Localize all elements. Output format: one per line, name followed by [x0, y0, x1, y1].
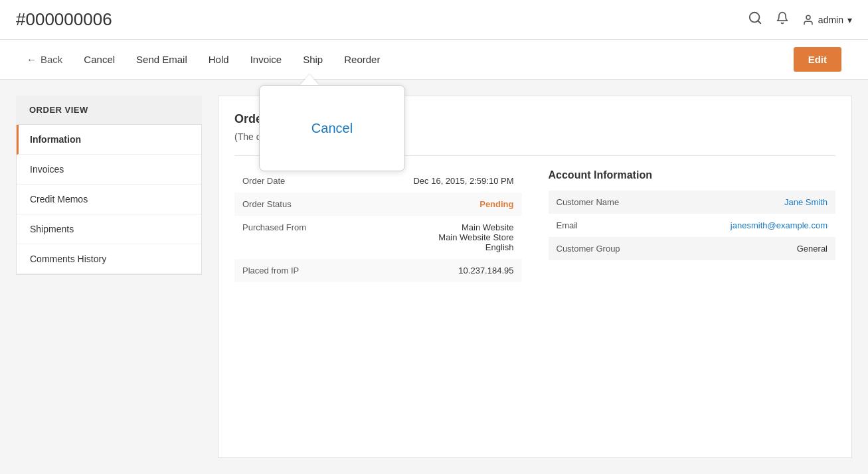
email-label: Email	[549, 214, 667, 237]
main-content: ORDER VIEW Information Invoices Credit M…	[0, 80, 868, 474]
customer-name-value[interactable]: Jane Smith	[667, 191, 835, 214]
email-value[interactable]: janesmith@example.com	[667, 214, 835, 237]
table-row: Order Status Pending	[234, 193, 522, 216]
edit-button[interactable]: Edit	[794, 47, 841, 72]
page-title: #000000006	[16, 9, 112, 30]
order-info-col: Order Date Dec 16, 2015, 2:59:10 PM Orde…	[234, 169, 522, 282]
account-info-col: Account Information Customer Name Jane S…	[549, 169, 836, 282]
cancel-tooltip: Cancel	[259, 74, 405, 171]
table-row: Customer Group General	[549, 237, 836, 260]
order-info-table: Order Date Dec 16, 2015, 2:59:10 PM Orde…	[234, 169, 522, 282]
hold-button[interactable]: Hold	[209, 51, 229, 68]
customer-group-value: General	[667, 237, 835, 260]
sidebar-item-credit-memos[interactable]: Credit Memos	[17, 185, 201, 214]
table-row: Email janesmith@example.com	[549, 214, 836, 237]
reorder-button[interactable]: Reorder	[344, 51, 380, 68]
purchased-from-value: Main Website Main Website Store English	[351, 216, 522, 259]
admin-user-menu[interactable]: admin ▾	[802, 14, 852, 26]
placed-ip-value: 10.237.184.95	[351, 259, 522, 282]
sidebar: ORDER VIEW Information Invoices Credit M…	[16, 96, 202, 458]
account-info-table: Customer Name Jane Smith Email janesmith…	[549, 191, 836, 260]
tooltip-cancel-button[interactable]: Cancel	[311, 121, 353, 136]
svg-point-2	[806, 15, 810, 19]
table-row: Order Date Dec 16, 2015, 2:59:10 PM	[234, 169, 522, 193]
sidebar-nav: Information Invoices Credit Memos Shipme…	[16, 124, 202, 275]
bell-icon[interactable]	[776, 11, 789, 28]
customer-group-label: Customer Group	[549, 237, 667, 260]
sidebar-item-shipments[interactable]: Shipments	[17, 214, 201, 244]
account-info-title: Account Information	[549, 169, 836, 181]
back-arrow-icon: ←	[27, 54, 37, 65]
admin-label: admin	[818, 15, 843, 25]
order-status-value: Pending	[351, 193, 522, 216]
sidebar-item-invoices[interactable]: Invoices	[17, 155, 201, 185]
sidebar-item-comments-history[interactable]: Comments History	[17, 244, 201, 274]
action-toolbar: ← Back Cancel Send Email Hold Invoice Sh…	[0, 40, 868, 80]
purchased-from-label: Purchased From	[234, 216, 351, 259]
sidebar-title: ORDER VIEW	[16, 96, 202, 124]
table-row: Placed from IP 10.237.184.95	[234, 259, 522, 282]
table-row: Customer Name Jane Smith	[549, 191, 836, 214]
chevron-down-icon: ▾	[847, 15, 852, 25]
send-email-button[interactable]: Send Email	[136, 51, 187, 68]
placed-ip-label: Placed from IP	[234, 259, 351, 282]
sidebar-item-information[interactable]: Information	[17, 125, 201, 155]
invoice-button[interactable]: Invoice	[250, 51, 282, 68]
header-right: admin ▾	[748, 11, 852, 29]
svg-line-1	[758, 21, 760, 23]
order-date-value: Dec 16, 2015, 2:59:10 PM	[351, 169, 522, 193]
top-header: #000000006 admin ▾	[0, 0, 868, 40]
customer-name-label: Customer Name	[549, 191, 667, 214]
cancel-button[interactable]: Cancel	[84, 51, 115, 68]
ship-button[interactable]: Ship	[303, 51, 323, 68]
two-col-layout: Order Date Dec 16, 2015, 2:59:10 PM Orde…	[234, 169, 835, 282]
search-icon[interactable]	[748, 11, 762, 29]
back-button[interactable]: ← Back	[27, 51, 62, 68]
order-date-label: Order Date	[234, 169, 351, 193]
order-status-label: Order Status	[234, 193, 351, 216]
table-row: Purchased From Main Website Main Website…	[234, 216, 522, 259]
tooltip-box: Cancel	[259, 85, 405, 171]
tooltip-arrow	[300, 74, 319, 85]
